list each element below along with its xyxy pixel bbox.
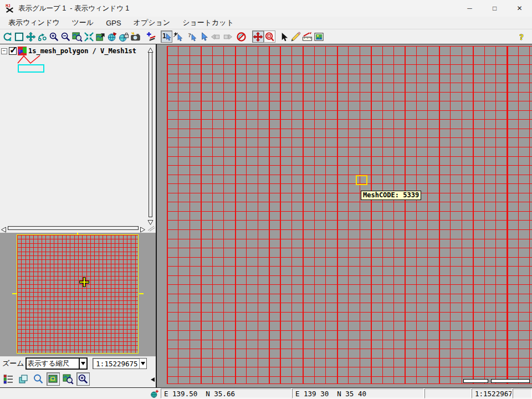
fit-view-button[interactable] xyxy=(83,30,95,43)
selected-mesh-cell xyxy=(356,175,367,185)
globe-lock-button[interactable] xyxy=(118,30,130,43)
svg-text:MJ: MJ xyxy=(6,3,11,8)
meshcode-tooltip: MeshCODE: 5339 xyxy=(361,191,421,200)
layer-label[interactable]: 1s_mesh_polygon / V_Mesh1st xyxy=(28,47,136,55)
select-plus-minus-button[interactable] xyxy=(172,30,184,43)
legend-button[interactable] xyxy=(2,372,15,386)
redraw-button[interactable] xyxy=(2,30,13,43)
scale-mode-combobox[interactable]: 表示する縮尺 xyxy=(25,357,88,370)
pan-tool-button[interactable] xyxy=(252,30,264,43)
menu-bar: 表示ウィンドウツールGPSオプションショートカット xyxy=(0,17,532,29)
status-coordinates-dms: E 139 30 N 35 40 xyxy=(292,388,424,398)
overview-center-tick xyxy=(139,293,144,294)
menu-item-0[interactable]: 表示ウィンドウ xyxy=(2,17,66,29)
legend-line-sample xyxy=(17,54,42,64)
status-empty-cell xyxy=(513,388,532,398)
select-cursor-button[interactable] xyxy=(198,30,210,43)
help-button[interactable]: ? xyxy=(516,30,528,43)
close-button[interactable]: ✕ xyxy=(507,0,532,17)
overview-zoom-in-button[interactable] xyxy=(76,372,90,386)
menu-item-3[interactable]: オプション xyxy=(127,17,177,29)
tree-vertical-scrollbar[interactable] xyxy=(147,45,154,224)
panel-collapse-arrow[interactable] xyxy=(150,377,155,382)
scroll-down-icon[interactable] xyxy=(147,218,154,224)
app-logo-icon: MJ xyxy=(4,3,14,13)
svg-text:?: ? xyxy=(188,32,191,38)
find-button[interactable] xyxy=(32,372,45,386)
full-extent-button[interactable] xyxy=(13,30,25,43)
svg-text:?: ? xyxy=(519,32,524,42)
panel-toolbar xyxy=(0,371,156,387)
window-controls: ─□✕ xyxy=(457,0,532,17)
history-back-button[interactable] xyxy=(210,30,222,43)
scroll-right-icon[interactable] xyxy=(140,225,146,231)
previous-view-button[interactable] xyxy=(37,30,48,43)
scale-value: 1:15229675 xyxy=(93,360,139,368)
status-coordinates-decimal: E 139.50 N 35.66 xyxy=(161,388,291,398)
overview-window-button[interactable] xyxy=(47,372,60,386)
chevron-down-icon xyxy=(141,362,145,365)
scale-mode-value: 表示する縮尺 xyxy=(27,359,79,369)
snapshot-button[interactable] xyxy=(130,30,141,43)
scale-value-combobox[interactable]: 1:15229675 xyxy=(93,358,147,369)
overview-map[interactable] xyxy=(0,233,156,356)
maximize-button[interactable]: □ xyxy=(482,0,507,17)
tree-horizontal-scrollbar[interactable] xyxy=(1,224,146,232)
zoom-window-panel-button[interactable] xyxy=(62,372,75,386)
legend-panel: − ✓ 1s_mesh_polygon / V_Mesh1st xyxy=(0,44,156,387)
zoom-in-button[interactable] xyxy=(48,30,60,43)
window-title: 表示グループ 1 - 表示ウィンドウ 1 xyxy=(18,4,129,13)
overview-extent-box[interactable] xyxy=(17,234,139,354)
zoom-label: ズーム xyxy=(2,359,24,369)
pointer-tool-button[interactable] xyxy=(278,30,290,43)
scale-bar-segment xyxy=(491,379,530,383)
scale-mode-dropdown-button[interactable] xyxy=(79,359,86,369)
zoom-window-button[interactable] xyxy=(71,30,83,43)
overview-center-tick xyxy=(77,233,78,235)
menu-item-2[interactable]: GPS xyxy=(100,18,127,28)
legend-polygon-sample xyxy=(18,64,44,73)
menu-item-1[interactable]: ツール xyxy=(66,17,100,29)
layer-order-button[interactable] xyxy=(17,372,30,386)
pan-button[interactable] xyxy=(25,30,37,43)
zoom-out-button[interactable] xyxy=(60,30,71,43)
panel-resize-grip[interactable] xyxy=(147,225,155,232)
map-jump-button[interactable] xyxy=(95,30,106,43)
zoom-box-tool-button[interactable] xyxy=(264,30,275,43)
overview-center-tick xyxy=(12,293,17,294)
tree-expand-toggle[interactable]: − xyxy=(1,48,7,54)
status-empty-cell xyxy=(424,388,471,398)
scale-value-dropdown-button[interactable] xyxy=(139,359,146,369)
minimize-button[interactable]: ─ xyxy=(457,0,482,17)
main-toolbar: 1? ? xyxy=(0,29,532,44)
scrollbar-thumb[interactable] xyxy=(8,226,139,230)
title-bar: MJ 表示グループ 1 - 表示ウィンドウ 1 ─□✕ xyxy=(0,0,532,17)
svg-text:1: 1 xyxy=(162,32,166,40)
application-window: { "window": { "title": "表示グループ 1 - 表示ウィン… xyxy=(0,0,532,399)
cancel-tool-button[interactable] xyxy=(236,30,247,43)
layer-visibility-checkbox[interactable]: ✓ xyxy=(9,47,17,55)
overview-crosshair-icon xyxy=(78,275,91,289)
chevron-down-icon xyxy=(81,362,85,365)
scale-bar-segment xyxy=(463,379,488,383)
scroll-left-icon[interactable] xyxy=(1,225,7,231)
select-mode-1-button[interactable]: 1 xyxy=(161,30,172,43)
status-scale: 1:15229675 xyxy=(472,388,512,398)
measure-tool-button[interactable] xyxy=(301,30,313,43)
scrollbar-track[interactable] xyxy=(149,52,152,217)
menu-item-4[interactable]: ショートカット xyxy=(176,17,240,29)
mesh-grid xyxy=(167,46,532,384)
status-blank xyxy=(0,388,149,399)
history-forward-button[interactable] xyxy=(222,30,233,43)
identify-button[interactable]: ? xyxy=(187,30,198,43)
zoom-controls: ズーム 表示する縮尺 1:15229675 xyxy=(0,356,156,371)
draw-tool-button[interactable] xyxy=(290,30,301,43)
layer-tree: − ✓ 1s_mesh_polygon / V_Mesh1st xyxy=(0,44,156,232)
scroll-up-icon[interactable] xyxy=(147,45,154,52)
add-overlay-button[interactable] xyxy=(146,30,157,43)
map-canvas[interactable]: MeshCODE: 5339 xyxy=(156,44,532,387)
globe-view-button[interactable] xyxy=(106,30,118,43)
status-bar: E 139.50 N 35.66 E 139 30 N 35 40 1:1522… xyxy=(0,387,532,399)
image-tool-button[interactable] xyxy=(313,30,325,43)
toolbar-buttons: 1? xyxy=(2,30,325,43)
